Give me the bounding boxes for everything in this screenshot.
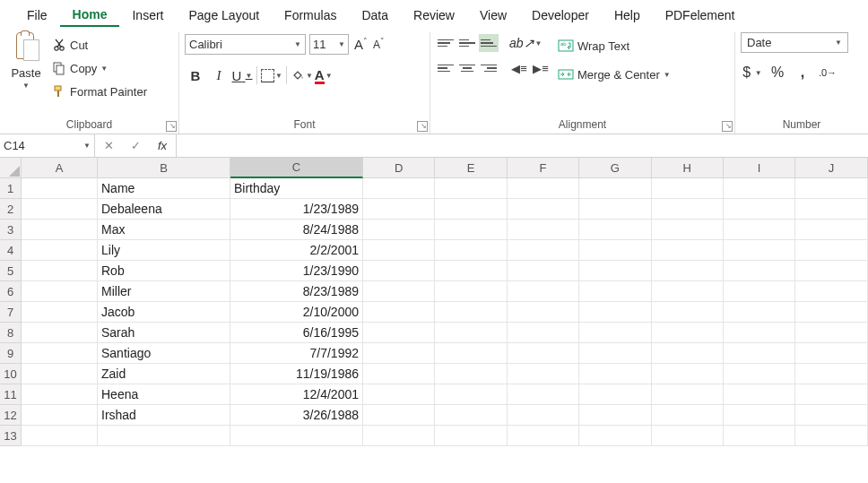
cut-button[interactable]: Cut (50, 34, 149, 56)
cell[interactable] (435, 220, 507, 240)
cell[interactable] (652, 384, 724, 405)
cell[interactable] (724, 261, 795, 281)
cell[interactable] (22, 178, 98, 199)
font-name-select[interactable]: Calibri ▼ (185, 34, 306, 55)
cell[interactable] (363, 405, 435, 426)
cell[interactable] (579, 426, 651, 446)
cell[interactable] (795, 220, 867, 240)
cell[interactable] (579, 302, 651, 323)
merge-center-button[interactable]: Merge & Center ▼ (554, 63, 674, 86)
align-left-button[interactable] (436, 59, 456, 77)
cell[interactable] (22, 220, 98, 240)
cell[interactable]: Heena (98, 384, 230, 405)
select-all-corner[interactable] (0, 158, 22, 178)
cell[interactable] (508, 199, 579, 220)
cell[interactable] (795, 302, 867, 323)
increase-decimal-button[interactable]: .0→ (816, 62, 839, 83)
tab-help[interactable]: Help (602, 4, 653, 26)
tab-formulas[interactable]: Formulas (272, 4, 349, 26)
cell[interactable] (579, 199, 651, 220)
column-header[interactable]: D (363, 158, 435, 178)
cell[interactable] (795, 261, 867, 281)
cell[interactable] (508, 384, 579, 405)
cell[interactable] (652, 426, 724, 446)
cell[interactable] (795, 199, 867, 220)
cell[interactable] (508, 343, 579, 364)
alignment-dialog-launcher[interactable]: ↘ (722, 121, 733, 132)
cell[interactable]: 8/24/1988 (230, 220, 363, 240)
align-center-button[interactable] (457, 59, 477, 77)
row-header[interactable]: 9 (0, 343, 22, 364)
column-header[interactable]: A (22, 158, 98, 178)
cell[interactable] (579, 261, 651, 281)
cell[interactable] (652, 364, 724, 384)
cell[interactable]: Miller (98, 281, 230, 302)
cell[interactable] (22, 261, 98, 281)
cell[interactable] (435, 426, 507, 446)
cell[interactable] (435, 364, 507, 384)
cell[interactable] (22, 426, 98, 446)
cell[interactable] (795, 178, 867, 199)
italic-button[interactable]: I (208, 65, 230, 86)
insert-function-button[interactable]: fx (149, 134, 176, 157)
wrap-text-button[interactable]: ab Wrap Text (554, 34, 674, 57)
cell[interactable]: Max (98, 220, 230, 240)
accounting-format-button[interactable]: $ ▼ (741, 62, 764, 83)
column-header[interactable]: H (652, 158, 724, 178)
align-middle-button[interactable] (457, 34, 477, 52)
cell[interactable] (795, 405, 867, 426)
row-header[interactable]: 2 (0, 199, 22, 220)
cell[interactable] (579, 364, 651, 384)
tab-insert[interactable]: Insert (119, 4, 176, 26)
percent-format-button[interactable]: % (766, 62, 789, 83)
cell[interactable] (22, 384, 98, 405)
cell[interactable] (22, 240, 98, 261)
formula-input[interactable] (177, 134, 868, 157)
cell[interactable] (579, 220, 651, 240)
cell[interactable] (795, 323, 867, 343)
cell[interactable] (652, 220, 724, 240)
cell[interactable] (363, 281, 435, 302)
cell[interactable] (435, 343, 507, 364)
row-header[interactable]: 5 (0, 261, 22, 281)
cell[interactable] (724, 281, 795, 302)
cell[interactable] (579, 240, 651, 261)
font-size-select[interactable]: 11 ▼ (309, 34, 349, 55)
column-header[interactable]: B (98, 158, 230, 178)
row-header[interactable]: 7 (0, 302, 22, 323)
cell[interactable] (363, 384, 435, 405)
cell[interactable] (435, 384, 507, 405)
row-header[interactable]: 8 (0, 323, 22, 343)
cell[interactable] (508, 302, 579, 323)
cell[interactable] (508, 178, 579, 199)
cell[interactable] (795, 343, 867, 364)
tab-pdfelement[interactable]: PDFelement (653, 4, 748, 26)
font-color-button[interactable]: A▼ (315, 67, 333, 83)
cell[interactable] (579, 178, 651, 199)
fill-color-button[interactable]: ▼ (291, 68, 313, 82)
cell[interactable] (435, 199, 507, 220)
cell[interactable] (579, 343, 651, 364)
cell[interactable] (508, 240, 579, 261)
cell[interactable] (508, 323, 579, 343)
align-right-button[interactable] (479, 59, 499, 77)
copy-button[interactable]: Copy ▼ (50, 57, 149, 79)
cell[interactable] (435, 405, 507, 426)
cell[interactable] (508, 281, 579, 302)
column-header[interactable]: F (508, 158, 579, 178)
cell[interactable] (435, 323, 507, 343)
number-format-select[interactable]: Date ▼ (741, 32, 848, 53)
cell[interactable] (579, 281, 651, 302)
paste-button[interactable]: Paste ▼ (5, 32, 47, 90)
cell[interactable]: Irshad (98, 405, 230, 426)
align-top-button[interactable] (436, 34, 456, 52)
cell[interactable]: 8/23/1989 (230, 281, 363, 302)
cell[interactable]: 1/23/1989 (230, 199, 363, 220)
row-header[interactable]: 10 (0, 364, 22, 384)
cell[interactable] (724, 343, 795, 364)
row-header[interactable]: 1 (0, 178, 22, 199)
cell[interactable] (795, 281, 867, 302)
cell[interactable] (363, 261, 435, 281)
cell[interactable] (724, 323, 795, 343)
cell[interactable] (724, 405, 795, 426)
